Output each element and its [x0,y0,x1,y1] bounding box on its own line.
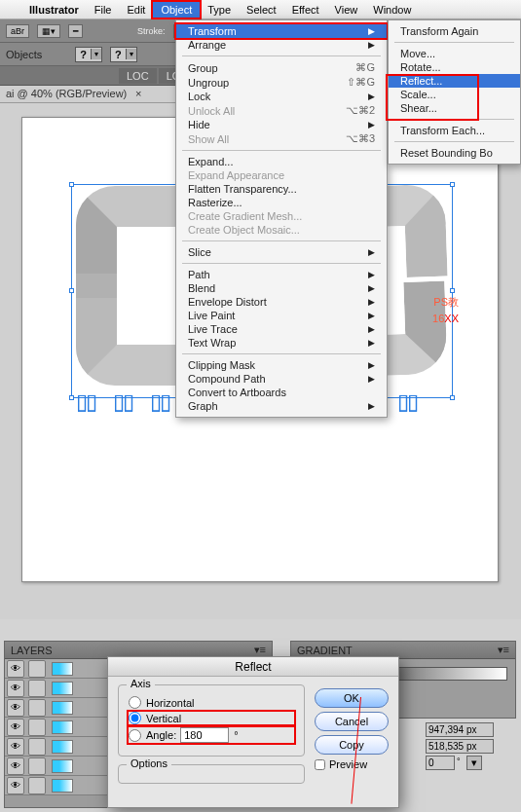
submenu-arrow-icon: ▶ [368,247,375,257]
glyph: ▯▯ [397,389,417,415]
submenu-arrow-icon: ▶ [368,297,375,307]
menu-item-transform-again[interactable]: Transform Again [389,24,520,38]
menu-edit[interactable]: Edit [119,2,153,18]
cancel-button[interactable]: Cancel [315,712,389,731]
lock-slot[interactable] [28,777,46,794]
transform-fields: °▾ [426,720,517,772]
glyph: ▯▯ [113,389,132,415]
menu-item-move[interactable]: Move... [389,47,520,60]
radio-vertical[interactable]: Vertical [129,712,294,724]
menu-item-graph[interactable]: Graph▶ [176,399,387,413]
submenu-arrow-icon: ▶ [368,270,375,279]
menu-item-arrange[interactable]: Arrange▶ [176,38,387,52]
menu-object[interactable]: Object [153,2,200,18]
angle-field[interactable] [426,756,455,770]
menu-effect[interactable]: Effect [284,2,327,18]
menu-item-rasterize[interactable]: Rasterize... [176,196,387,209]
menu-view[interactable]: View [327,2,366,18]
transform-submenu: Transform Again Move... Rotate... Reflec… [388,19,521,165]
submenu-arrow-icon: ▶ [368,40,375,50]
menu-item-rotate[interactable]: Rotate... [389,60,520,74]
panel-menu-icon[interactable]: ▾≡ [254,644,266,656]
lock-slot[interactable] [28,757,46,775]
menu-item-scale[interactable]: Scale... [389,88,520,101]
panel-menu-icon[interactable]: ▾≡ [498,644,509,656]
copy-button[interactable]: Copy [315,735,389,755]
stroke-label: Stroke: [137,26,166,36]
menu-window[interactable]: Window [365,2,419,18]
menu-file[interactable]: File [87,2,120,18]
submenu-arrow-icon: ▶ [368,374,375,384]
visibility-icon[interactable]: 👁 [7,738,24,756]
menu-item-transform[interactable]: Transform▶ [176,24,387,38]
watermark: PS教 16XX [432,293,459,326]
dialog-title: Reflect [108,657,398,677]
menu-item-lock[interactable]: Lock▶ [176,90,387,103]
anchor-nw[interactable] [69,182,74,187]
radio-angle[interactable]: Angle: ° [129,727,294,743]
layer-swatch [52,779,73,793]
menu-item-convert-artboards[interactable]: Convert to Artboards [176,386,387,399]
doc-status: ai @ 40% (RGB/Preview) [6,88,127,99]
visibility-icon[interactable]: 👁 [7,680,24,697]
angle-input[interactable] [180,727,229,743]
help-dropdown-1[interactable]: ?▾ [75,47,102,62]
ok-button[interactable]: OK [315,688,389,708]
menu-separator [394,119,514,120]
menu-item-group[interactable]: Group⌘G [176,60,387,75]
menu-item-live-paint[interactable]: Live Paint▶ [176,309,387,322]
menu-item-reset-bbox[interactable]: Reset Bounding Bo [389,146,520,160]
dropdown-icon[interactable]: ▾ [466,756,482,770]
menu-select[interactable]: Select [239,2,284,18]
menu-separator [182,263,381,264]
abr-button[interactable]: aBr [6,24,29,38]
app-name: Illustrator [21,2,87,18]
menu-type[interactable]: Type [200,2,239,18]
help-dropdown-2[interactable]: ?▾ [110,47,137,62]
visibility-icon[interactable]: 👁 [7,660,24,678]
lock-slot[interactable] [28,680,46,697]
lock-slot[interactable] [28,738,46,756]
tool-button-2[interactable]: ━ [68,24,83,38]
menu-separator [182,55,381,56]
menu-item-shear[interactable]: Shear... [389,101,520,115]
anchor-se[interactable] [450,395,455,400]
close-tab-icon[interactable]: × [135,88,141,99]
menu-item-clipping-mask[interactable]: Clipping Mask▶ [176,358,387,372]
menu-item-reflect[interactable]: Reflect... [389,74,520,88]
anchor-ne[interactable] [450,182,455,187]
menu-item-slice[interactable]: Slice▶ [176,245,387,259]
anchor-sw[interactable] [69,395,74,400]
menu-separator [394,141,514,142]
menu-item-path[interactable]: Path▶ [176,268,387,281]
visibility-icon[interactable]: 👁 [7,757,24,775]
menu-item-compound-path[interactable]: Compound Path▶ [176,372,387,386]
radio-horizontal[interactable]: Horizontal [129,696,294,709]
menu-item-flatten[interactable]: Flatten Transparency... [176,182,387,196]
height-field[interactable] [426,739,494,754]
lock-slot[interactable] [28,699,46,717]
tool-button-1[interactable]: ▦▾ [37,24,60,38]
submenu-arrow-icon: ▶ [368,283,375,293]
menu-item-hide[interactable]: Hide▶ [176,118,387,131]
menu-item-expand[interactable]: Expand... [176,155,387,168]
doc-tab-1[interactable]: LOC [119,68,157,84]
preview-checkbox[interactable]: Preview [315,758,389,770]
menu-item-envelope[interactable]: Envelope Distort▶ [176,295,387,309]
anchor-w[interactable] [69,288,74,293]
menu-item-text-wrap[interactable]: Text Wrap▶ [176,336,387,350]
visibility-icon[interactable]: 👁 [7,777,24,794]
menu-item-transform-each[interactable]: Transform Each... [389,124,520,137]
width-field[interactable] [426,722,494,737]
lock-slot[interactable] [28,719,46,736]
menu-item-blend[interactable]: Blend▶ [176,281,387,295]
submenu-arrow-icon: ▶ [368,324,375,334]
options-legend: Options [127,757,171,769]
axis-fieldset: Axis Horizontal Vertical Angle: ° [118,684,305,757]
menu-item-ungroup[interactable]: Ungroup⇧⌘G [176,75,387,90]
visibility-icon[interactable]: 👁 [7,699,24,717]
visibility-icon[interactable]: 👁 [7,719,24,736]
menu-item-gradient-mesh: Create Gradient Mesh... [176,209,387,223]
lock-slot[interactable] [28,660,46,678]
menu-item-live-trace[interactable]: Live Trace▶ [176,322,387,336]
